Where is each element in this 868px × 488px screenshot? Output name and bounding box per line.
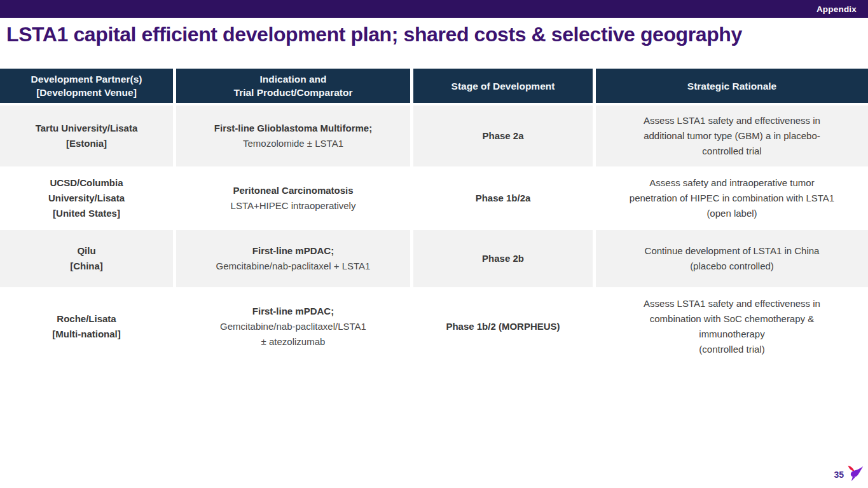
indication-title: First-line mPDAC; <box>252 304 334 319</box>
partner-cell: Qilu[China] <box>0 230 173 287</box>
indication-title: First-line Glioblastoma Multiforme; <box>214 121 372 136</box>
indication-cell: First-line mPDAC; Gemcitabine/nab-paclit… <box>176 290 410 363</box>
stage-cell: Phase 2a <box>413 105 593 166</box>
indication-title: Peritoneal Carcinomatosis <box>233 183 353 198</box>
page-title: LSTA1 capital efficient development plan… <box>6 23 862 46</box>
indication-cell: First-line Glioblastoma Multiforme; Temo… <box>176 105 410 166</box>
rationale-cell: Assess LSTA1 safety and effectiveness in… <box>596 105 868 166</box>
column-header-development-partner: Development Partner(s)[Development Venue… <box>0 69 173 103</box>
indication-cell: First-line mPDAC; Gemcitabine/nab-paclit… <box>176 230 410 287</box>
stage-cell: Phase 2b <box>413 230 593 287</box>
column-header-rationale: Strategic Rationale <box>596 69 868 103</box>
indication-cell: Peritoneal Carcinomatosis LSTA+HIPEC int… <box>176 169 410 227</box>
lisata-hummingbird-logo-icon <box>846 464 864 482</box>
indication-detail: Gemcitabine/nab-paclitaxel + LSTA1 <box>216 259 371 274</box>
appendix-label: Appendix <box>816 4 857 14</box>
top-bar: Appendix <box>0 0 868 18</box>
indication-detail: LSTA+HIPEC intraoperatively <box>231 198 356 214</box>
rationale-cell: Continue development of LSTA1 in China(p… <box>596 230 868 287</box>
column-header-indication: Indication andTrial Product/Comparator <box>176 69 410 103</box>
partner-cell: Tartu University/Lisata[Estonia] <box>0 105 173 166</box>
partner-cell: Roche/Lisata[Multi-national] <box>0 290 173 363</box>
partner-cell: UCSD/ColumbiaUniversity/Lisata[United St… <box>0 169 173 227</box>
rationale-cell: Assess LSTA1 safety and effectiveness in… <box>596 290 868 363</box>
indication-detail: Temozolomide ± LSTA1 <box>243 136 343 151</box>
stage-cell: Phase 1b/2 (MORPHEUS) <box>413 290 593 363</box>
rationale-cell: Assess safety and intraoperative tumorpe… <box>596 169 868 227</box>
column-header-stage: Stage of Development <box>413 69 593 103</box>
stage-cell: Phase 1b/2a <box>413 169 593 227</box>
indication-title: First-line mPDAC; <box>252 243 334 259</box>
page-number: 35 <box>834 470 844 480</box>
indication-detail: Gemcitabine/nab-paclitaxel/LSTA1± atezol… <box>220 319 366 349</box>
development-plan-table: Development Partner(s)[Development Venue… <box>0 69 868 363</box>
